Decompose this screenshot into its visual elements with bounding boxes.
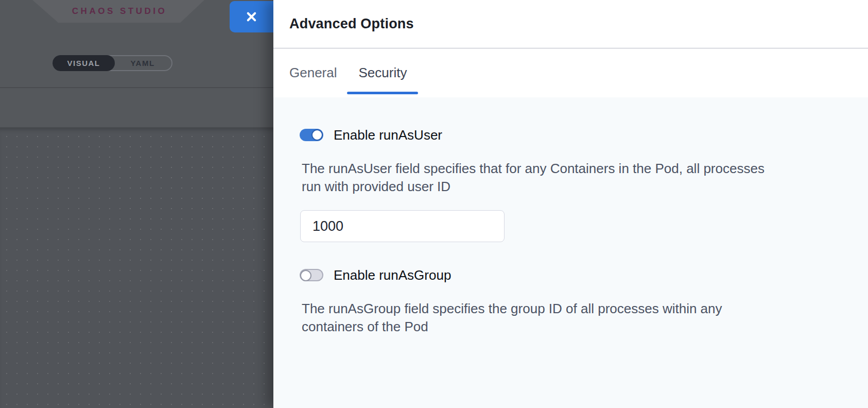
run-as-user-toggle-row: Enable runAsUser (300, 126, 847, 144)
run-as-user-toggle-label: Enable runAsUser (334, 126, 442, 144)
run-as-group-description-line1: The runAsGroup field specifies the group… (302, 300, 847, 318)
close-icon (245, 10, 258, 24)
run-as-user-description: The runAsUser field specifies that for a… (302, 160, 847, 196)
toggle-knob (311, 129, 323, 141)
security-tab-content: Enable runAsUser The runAsUser field spe… (273, 97, 868, 408)
run-as-group-description-line2: containers of the Pod (302, 318, 847, 336)
visual-mode-tab[interactable]: VISUAL (53, 55, 115, 71)
run-as-user-toggle[interactable] (300, 129, 323, 141)
tab-general[interactable]: General (289, 48, 337, 97)
dimmed-canvas-backdrop: CHAOS STUDIO VISUAL YAML (0, 0, 273, 408)
chaos-studio-banner-label: CHAOS STUDIO (70, 6, 167, 16)
run-as-user-description-line1: The runAsUser field specifies that for a… (302, 160, 847, 178)
experiment-dot-grid-canvas (0, 128, 273, 408)
tab-security[interactable]: Security (358, 48, 408, 97)
chaos-studio-banner: CHAOS STUDIO (32, 0, 204, 23)
run-as-user-id-input[interactable] (300, 210, 505, 242)
run-as-group-toggle-row: Enable runAsGroup (300, 266, 847, 284)
run-as-group-toggle[interactable] (300, 269, 323, 281)
chaos-studio-screen: CHAOS STUDIO VISUAL YAML Advanced Option… (0, 0, 868, 408)
toolbar-divider (0, 87, 273, 88)
run-as-group-description: The runAsGroup field specifies the group… (302, 300, 847, 336)
yaml-mode-tab[interactable]: YAML (114, 56, 171, 70)
run-as-user-description-line2: run with provided user ID (302, 178, 847, 196)
advanced-options-drawer: Advanced Options General Security Enable… (273, 0, 868, 408)
toggle-knob (300, 270, 311, 281)
drawer-header: Advanced Options (273, 0, 868, 48)
drawer-tabs: General Security (273, 48, 868, 97)
run-as-group-toggle-label: Enable runAsGroup (334, 266, 451, 284)
drawer-title: Advanced Options (289, 16, 414, 32)
visual-yaml-segmented-control: VISUAL YAML (53, 55, 172, 71)
close-drawer-button[interactable] (230, 1, 273, 32)
